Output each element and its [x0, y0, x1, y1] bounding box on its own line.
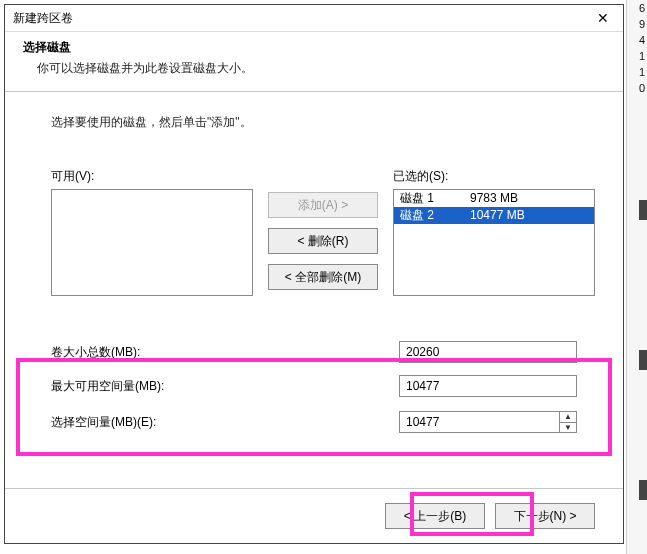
disk-size: 9783 MB [470, 190, 588, 207]
remove-all-button[interactable]: < 全部删除(M) [268, 264, 378, 290]
gutter-num: 6 [639, 2, 645, 14]
gutter-mark [639, 480, 647, 500]
transfer-buttons: 添加(A) > < 删除(R) < 全部删除(M) [253, 168, 393, 296]
wizard-dialog: 新建跨区卷 ✕ 选择磁盘 你可以选择磁盘并为此卷设置磁盘大小。 选择要使用的磁盘… [4, 4, 624, 544]
gutter-mark [639, 200, 647, 220]
gutter-num: 9 [639, 18, 645, 30]
remove-button[interactable]: < 删除(R) [268, 228, 378, 254]
select-space-input[interactable]: 10477 ▲ ▼ [399, 411, 577, 433]
editor-gutter: 6 9 4 1 1 0 [626, 0, 647, 554]
gutter-num: 1 [639, 50, 645, 62]
gutter-mark [639, 350, 647, 370]
total-size-label: 卷大小总数(MB): [51, 344, 399, 361]
wizard-footer: < 上一步(B) 下一步(N) > [5, 488, 623, 543]
disk-name: 磁盘 1 [400, 190, 470, 207]
window-title: 新建跨区卷 [13, 11, 73, 25]
header-title: 选择磁盘 [23, 39, 605, 56]
select-space-row: 选择空间量(MB)(E): 10477 ▲ ▼ [51, 410, 577, 434]
add-button: 添加(A) > [268, 192, 378, 218]
disk-name: 磁盘 2 [400, 207, 470, 224]
header-subtitle: 你可以选择磁盘并为此卷设置磁盘大小。 [23, 60, 605, 77]
max-space-label: 最大可用空间量(MB): [51, 378, 399, 395]
list-item[interactable]: 磁盘 210477 MB [394, 207, 594, 224]
back-button[interactable]: < 上一步(B) [385, 503, 485, 529]
instruction-text: 选择要使用的磁盘，然后单击"添加"。 [5, 100, 623, 131]
select-space-label: 选择空间量(MB)(E): [51, 414, 399, 431]
gutter-num: 1 [639, 66, 645, 78]
select-space-value: 10477 [406, 415, 439, 429]
selected-column: 已选的(S): 磁盘 19783 MB磁盘 210477 MB [393, 168, 595, 296]
available-label: 可用(V): [51, 168, 253, 185]
separator [5, 91, 623, 92]
next-button[interactable]: 下一步(N) > [495, 503, 595, 529]
spinner[interactable]: ▲ ▼ [559, 412, 576, 432]
disk-size: 10477 MB [470, 207, 588, 224]
chevron-down-icon[interactable]: ▼ [560, 423, 576, 433]
max-space-value: 10477 [399, 375, 577, 397]
list-item[interactable]: 磁盘 19783 MB [394, 190, 594, 207]
titlebar: 新建跨区卷 ✕ [5, 5, 623, 31]
separator [5, 31, 623, 32]
total-size-row: 卷大小总数(MB): 20260 [51, 340, 577, 364]
selected-listbox[interactable]: 磁盘 19783 MB磁盘 210477 MB [393, 189, 595, 296]
wizard-header: 选择磁盘 你可以选择磁盘并为此卷设置磁盘大小。 [5, 31, 623, 87]
chevron-up-icon[interactable]: ▲ [560, 412, 576, 423]
gutter-num: 0 [639, 82, 645, 94]
selected-label: 已选的(S): [393, 168, 595, 185]
wizard-body: 选择要使用的磁盘，然后单击"添加"。 可用(V): 添加(A) > < 删除(R… [5, 100, 623, 483]
available-listbox[interactable] [51, 189, 253, 296]
max-space-row: 最大可用空间量(MB): 10477 [51, 374, 577, 398]
available-column: 可用(V): [51, 168, 253, 296]
total-size-value: 20260 [399, 341, 577, 363]
gutter-num: 4 [639, 34, 645, 46]
close-icon[interactable]: ✕ [583, 5, 623, 31]
